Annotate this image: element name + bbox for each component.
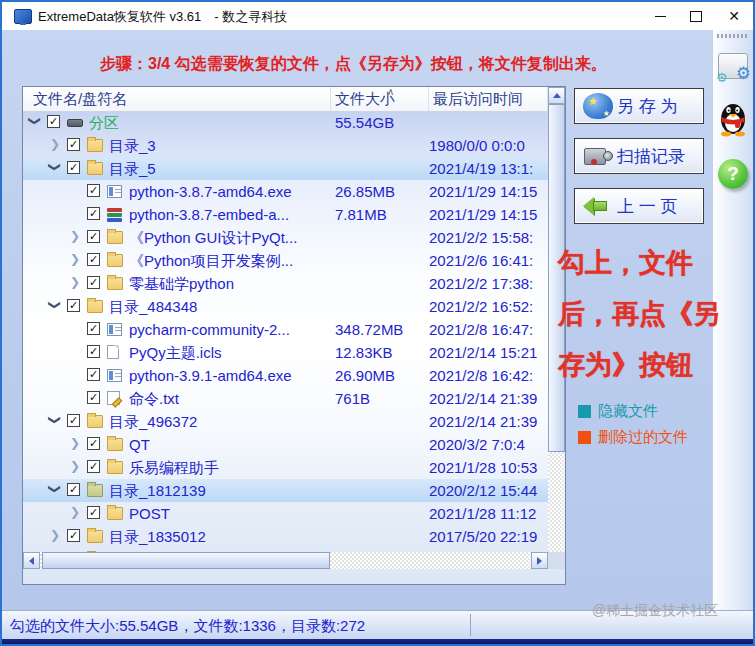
tree-row[interactable]: ✓PyQy主题.icls12.83KB2021/2/14 15:21 [23,341,548,364]
tree-row[interactable]: ❯✓乐易编程助手2021/1/28 10:53 [23,456,548,479]
expand-icon[interactable]: ❯ [69,505,81,519]
row-checkbox[interactable]: ✓ [87,184,100,197]
expand-icon[interactable]: ❯ [49,528,61,542]
maximize-button[interactable] [679,2,713,30]
tree-row[interactable]: ❯✓POST2021/1/28 11:12 [23,502,548,525]
grip-handle[interactable] [717,34,749,38]
expand-icon[interactable]: ❯ [69,459,81,473]
horizontal-scroll-track[interactable] [40,552,531,569]
help-button[interactable]: ? [716,150,750,198]
row-checkbox[interactable]: ✓ [67,138,80,151]
row-checkbox[interactable]: ✓ [67,161,80,174]
row-checkbox[interactable]: ✓ [87,253,100,266]
collapse-icon[interactable]: ❯ [48,299,62,311]
row-checkbox[interactable]: ✓ [67,299,80,312]
settings-button[interactable] [716,42,750,90]
tree-row[interactable]: ✓python-3.9.1-amd64.exe26.90MB2021/2/8 1… [23,364,548,387]
tree-row[interactable]: ❯✓《Python GUI设计PyQt...2021/2/2 15:58: [23,226,548,249]
file-size: 7.81MB [335,206,427,223]
tree-header: 文件名/盘符名 ∧文件大小 最后访问时间 [23,87,548,112]
expand-icon[interactable]: ❯ [69,252,81,266]
scan-records-button[interactable]: 扫描记录 [574,138,704,174]
folder-icon [107,254,123,267]
row-checkbox[interactable]: ✓ [87,460,100,473]
folder-icon [87,162,103,175]
save-as-button[interactable]: 另 存 为 [574,88,704,124]
file-tree: 文件名/盘符名 ∧文件大小 最后访问时间 ❯✓分区55.54GB❯✓目录_319… [22,86,566,585]
previous-page-button[interactable]: 上 一 页 [574,188,704,224]
file-name: 目录_3 [109,137,329,156]
expand-icon[interactable]: ❯ [69,436,81,450]
folder-icon [87,530,103,543]
file-name: pycharm-community-2... [129,321,329,338]
tree-row[interactable]: ❯✓QT2020/3/2 7:0:4 [23,433,548,456]
step-instruction: 步骤：3/4 勾选需要恢复的文件，点《另存为》按钮，将文件复制出来。 [100,54,607,75]
last-access-time: 2021/2/8 16:47: [429,321,548,338]
tree-row[interactable]: ❯✓目录_31980/0/0 0:0:0 [23,134,548,157]
row-checkbox[interactable]: ✓ [87,322,100,335]
window-title: ExtremeData恢复软件 v3.61 - 数之寻科技 [38,8,287,26]
scroll-up-button[interactable] [548,87,565,104]
row-checkbox[interactable]: ✓ [87,230,100,243]
file-name: python-3.8.7-amd64.exe [129,183,329,200]
collapse-icon[interactable]: ❯ [48,161,62,173]
scrollbar-corner [548,552,565,569]
row-checkbox[interactable]: ✓ [87,368,100,381]
column-header-lastaccess[interactable]: 最后访问时间 [429,87,548,111]
collapse-icon[interactable]: ❯ [28,115,42,127]
scroll-right-button[interactable] [531,552,548,569]
horizontal-scroll-thumb[interactable] [42,552,330,569]
folder-icon [87,139,103,152]
row-checkbox[interactable]: ✓ [87,437,100,450]
row-checkbox[interactable]: ✓ [87,207,100,220]
tree-row[interactable]: ❯✓目录_52021/4/19 13:1: [23,157,548,180]
annotation-line: 存为》按钮 [558,340,720,391]
tree-row[interactable]: ❯✓分区55.54GB [23,111,548,134]
tree-row[interactable]: ❯✓目录_4843482021/2/2 16:52: [23,295,548,318]
tree-row[interactable]: ❯✓《Python项目开发案例...2021/2/6 16:41: [23,249,548,272]
collapse-icon[interactable]: ❯ [48,414,62,426]
tree-row[interactable]: ✓pycharm-community-2...348.72MB2021/2/8 … [23,318,548,341]
file-size: 26.90MB [335,367,427,384]
expand-icon[interactable]: ❯ [69,229,81,243]
row-checkbox[interactable]: ✓ [67,414,80,427]
file-name: 目录_484348 [109,298,329,317]
expand-icon[interactable]: ❯ [49,137,61,151]
tree-row[interactable]: ✓python-3.8.7-embed-a...7.81MB2021/1/29 … [23,203,548,226]
tree-row[interactable]: ❯✓目录_18121392020/2/12 15:44 [23,479,548,502]
folder-icon [107,461,123,474]
row-checkbox[interactable]: ✓ [87,506,100,519]
arrow-right-icon [537,557,542,565]
file-name: 零基础学python [129,275,329,294]
scroll-left-button[interactable] [23,552,40,569]
tree-row[interactable]: ❯✓目录_4963722021/2/14 21:39 [23,410,548,433]
row-checkbox[interactable]: ✓ [87,276,100,289]
disk-icon [67,119,83,127]
tree-row[interactable]: ✓python-3.8.7-amd64.exe26.85MB2021/1/29 … [23,180,548,203]
tree-row[interactable]: ❯✓目录_18350122017/5/20 22:19 [23,525,548,548]
file-size: 55.54GB [335,114,427,131]
minimize-button[interactable] [643,2,677,30]
row-checkbox[interactable]: ✓ [87,391,100,404]
last-access-time: 2021/2/8 16:42: [429,367,548,384]
maximize-icon [690,11,702,22]
qq-contact-button[interactable] [716,94,750,142]
row-checkbox[interactable]: ✓ [67,483,80,496]
row-checkbox[interactable]: ✓ [47,115,60,128]
watermark: @稀土掘金技术社区 [592,602,718,620]
row-checkbox[interactable]: ✓ [67,529,80,542]
folder-hidden-icon [87,484,103,497]
arrow-up-icon [553,93,561,98]
file-name: 分区 [89,114,329,133]
horizontal-scrollbar[interactable] [23,552,548,569]
file-size: 12.83KB [335,344,427,361]
close-button[interactable]: ✕ [717,2,751,30]
column-header-filesize[interactable]: ∧文件大小 [331,87,429,111]
tree-row[interactable]: ✓命令.txt761B2021/2/14 21:39 [23,387,548,410]
row-checkbox[interactable]: ✓ [87,345,100,358]
tree-row[interactable]: ❯✓零基础学python2021/2/2 17:38: [23,272,548,295]
column-header-filename[interactable]: 文件名/盘符名 [23,87,331,111]
folder-icon [87,415,103,428]
collapse-icon[interactable]: ❯ [48,483,62,495]
expand-icon[interactable]: ❯ [69,275,81,289]
